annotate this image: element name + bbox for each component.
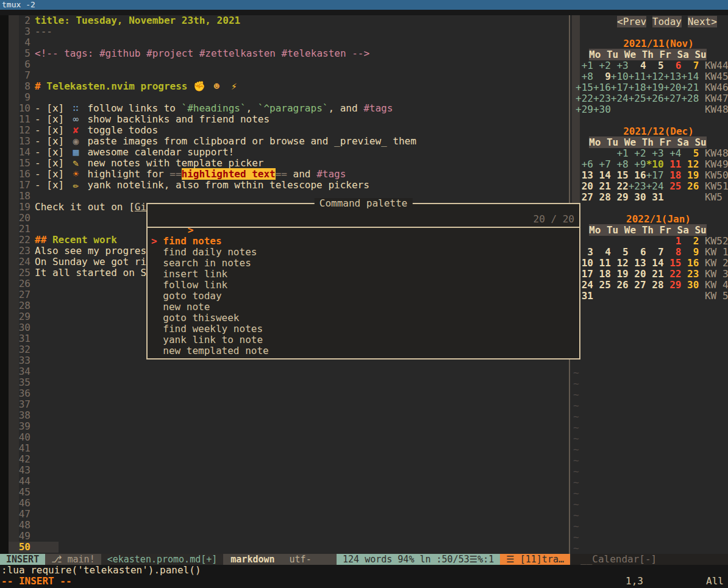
calendar-day[interactable]: +30 (593, 104, 611, 115)
calendar-day[interactable]: +1 (576, 60, 593, 71)
palette-item[interactable]: yank link to note (151, 335, 576, 345)
calendar-day[interactable]: 22 (611, 180, 629, 192)
calendar-day[interactable]: +8 (611, 158, 629, 170)
calendar-day[interactable]: 5 (681, 147, 699, 159)
calendar-day[interactable]: +12 (646, 71, 664, 82)
calendar-day[interactable]: 15 (611, 169, 629, 181)
calendar-day[interactable]: 12 (681, 158, 699, 170)
calendar-day[interactable]: 11 (593, 257, 611, 269)
calendar-day[interactable]: 13 (576, 169, 593, 181)
calendar-day[interactable]: +20 (664, 82, 682, 93)
calendar-day[interactable]: 30 (629, 191, 646, 203)
calendar-day[interactable]: 28 (646, 279, 664, 291)
calendar-day[interactable]: 6 (664, 60, 682, 71)
calendar-day[interactable]: +19 (646, 82, 664, 93)
calendar-day[interactable]: +11 (629, 71, 646, 82)
calendar-day[interactable]: 29 (611, 191, 629, 203)
calendar-day[interactable]: 16 (681, 257, 699, 269)
calendar-day[interactable]: 9 (593, 71, 611, 82)
calendar-day[interactable]: +3 (646, 147, 664, 159)
calendar-day[interactable]: 21 (646, 268, 664, 280)
calendar-day[interactable]: 18 (593, 268, 611, 280)
today-button[interactable]: Today (652, 16, 682, 27)
palette-item[interactable]: insert link (151, 269, 576, 280)
calendar-day[interactable]: +23 (629, 180, 646, 192)
calendar-day[interactable]: 8 (664, 246, 682, 258)
calendar-day[interactable]: 30 (681, 279, 699, 291)
calendar-day[interactable]: +22 (576, 93, 593, 104)
calendar-day[interactable]: *10 (646, 158, 664, 170)
calendar-day[interactable]: 25 (593, 279, 611, 291)
calendar-day[interactable]: 27 (629, 279, 646, 291)
calendar-day[interactable]: 2 (681, 235, 699, 247)
calendar-day[interactable]: 26 (611, 279, 629, 291)
calendar-day[interactable]: +9 (629, 158, 646, 170)
calendar-day[interactable]: 14 (593, 169, 611, 181)
palette-item[interactable]: search in notes (151, 258, 576, 269)
calendar-day[interactable]: 6 (629, 246, 646, 258)
calendar-day[interactable]: +17 (611, 82, 629, 93)
calendar-day[interactable]: 20 (576, 180, 593, 192)
next-button[interactable]: Next> (688, 16, 717, 27)
calendar-day[interactable]: +17 (646, 169, 664, 181)
palette-item[interactable]: > find notes (151, 236, 576, 247)
palette-prompt-input[interactable]: > 20 / 20 (152, 214, 574, 225)
calendar-day[interactable]: +2 (593, 60, 611, 71)
palette-item[interactable]: new templated note (151, 345, 576, 356)
calendar-day[interactable]: 28 (593, 191, 611, 203)
calendar-day[interactable]: +24 (611, 93, 629, 104)
calendar-day[interactable]: 7 (681, 60, 699, 71)
calendar-day[interactable]: 29 (664, 279, 682, 291)
palette-item[interactable]: new note (151, 302, 576, 313)
calendar-day[interactable]: 4 (593, 246, 611, 258)
calendar-day[interactable]: +6 (576, 158, 593, 170)
calendar-day[interactable]: 9 (681, 246, 699, 258)
calendar-day[interactable]: 15 (664, 257, 682, 269)
calendar-day[interactable]: +7 (593, 158, 611, 170)
calendar-day[interactable]: +29 (576, 104, 593, 115)
calendar-day[interactable]: +25 (629, 93, 646, 104)
calendar-day[interactable]: +21 (681, 82, 699, 93)
calendar-day[interactable]: +14 (681, 71, 699, 82)
calendar-day[interactable]: +13 (664, 71, 682, 82)
calendar-day[interactable]: 12 (611, 257, 629, 269)
calendar-day[interactable]: +2 (629, 147, 646, 159)
calendar-day[interactable]: 31 (646, 191, 664, 203)
calendar-day[interactable]: 19 (611, 268, 629, 280)
calendar-day[interactable]: +15 (576, 82, 593, 93)
calendar-day[interactable]: +4 (664, 147, 682, 159)
calendar-day[interactable]: 25 (664, 180, 682, 192)
palette-item[interactable]: find weekly notes (151, 324, 576, 335)
palette-item[interactable]: follow link (151, 280, 576, 291)
calendar-day[interactable]: 4 (629, 60, 646, 71)
calendar-day[interactable]: +27 (664, 93, 682, 104)
calendar-day[interactable]: +18 (629, 82, 646, 93)
calendar-day[interactable]: +3 (611, 60, 629, 71)
calendar-day[interactable]: 13 (629, 257, 646, 269)
calendar-day[interactable]: 20 (629, 268, 646, 280)
calendar-day[interactable]: 26 (681, 180, 699, 192)
calendar-day[interactable]: +26 (646, 93, 664, 104)
prev-button[interactable]: <Prev (617, 16, 646, 27)
calendar-day[interactable]: 14 (646, 257, 664, 269)
calendar-day[interactable]: 27 (576, 191, 593, 203)
cmdline[interactable]: :lua require('telekasten').panel() (1, 565, 201, 576)
calendar-day[interactable]: 19 (681, 169, 699, 181)
calendar-day[interactable]: 11 (664, 158, 682, 170)
palette-item[interactable]: goto thisweek (151, 313, 576, 324)
calendar-day[interactable]: 23 (681, 268, 699, 280)
palette-item[interactable]: goto today (151, 291, 576, 302)
calendar-day[interactable]: 7 (646, 246, 664, 258)
calendar-day[interactable]: 21 (593, 180, 611, 192)
calendar-day[interactable]: +28 (681, 93, 699, 104)
calendar-day[interactable]: +23 (593, 93, 611, 104)
calendar-day[interactable]: 16 (629, 169, 646, 181)
calendar-day[interactable]: +1 (611, 147, 629, 159)
calendar-day[interactable]: +8 (576, 71, 593, 82)
calendar-day[interactable]: 18 (664, 169, 682, 181)
palette-item[interactable]: find daily notes (151, 247, 576, 258)
calendar-day[interactable]: +16 (593, 82, 611, 93)
calendar-day[interactable]: +10 (611, 71, 629, 82)
calendar-day[interactable]: 1 (664, 235, 682, 247)
calendar-day[interactable]: +24 (646, 180, 664, 192)
